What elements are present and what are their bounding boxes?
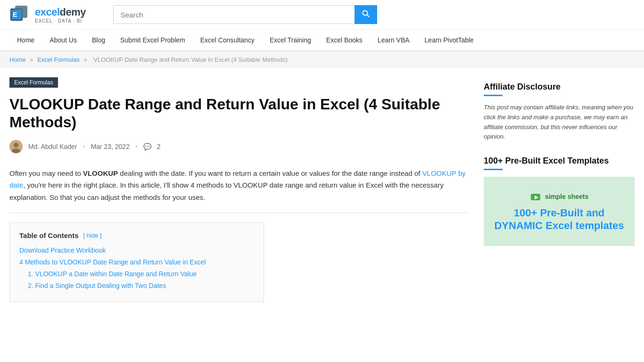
main-nav: Home About Us Blog Submit Excel Problem … (0, 30, 644, 51)
logo-icon: E (9, 4, 31, 25)
sidebar-affiliate-text: This post may contain affiliate links, m… (484, 103, 635, 142)
toc-link-0[interactable]: Download Practice Workbook (19, 247, 106, 254)
ad-logo-row: simple sheets (530, 191, 589, 202)
breadcrumb-home[interactable]: Home (9, 56, 26, 63)
sidebar-ad-box[interactable]: simple sheets 100+ Pre-Built and DYNAMIC… (484, 177, 635, 246)
nav-item-home[interactable]: Home (9, 30, 42, 50)
nav-item-training[interactable]: Excel Training (262, 30, 319, 50)
nav-item-consultancy[interactable]: Excel Consultancy (193, 30, 262, 50)
toc-heading: Table of Contents (19, 231, 79, 239)
search-button[interactable] (355, 5, 377, 24)
author-name: Md. Abdul Kader (28, 143, 77, 150)
ad-dynamic: DYNAMIC Excel templates (494, 220, 624, 231)
svg-point-4 (363, 11, 368, 16)
toc-item-1: 4 Methods to VLOOKUP Date Range and Retu… (19, 258, 254, 266)
toc-link-1[interactable]: 4 Methods to VLOOKUP Date Range and Retu… (19, 258, 206, 266)
article-meta: Md. Abdul Kader • Mar 23, 2022 • 💬 2 (9, 140, 470, 153)
breadcrumb-sep2: » (83, 56, 87, 63)
toc-toggle[interactable]: [ hide ] (83, 232, 102, 239)
svg-line-5 (367, 15, 370, 17)
svg-text:E: E (13, 11, 17, 18)
meta-dot: • (83, 143, 85, 150)
nav-item-about[interactable]: About Us (42, 30, 84, 50)
logo-area[interactable]: E exceldemy EXCEL · DATA · BI (9, 4, 104, 25)
toc-item-2: 1. VLOOKUP a Date within Date Range and … (19, 270, 254, 278)
nav-item-vba[interactable]: Learn VBA (370, 30, 417, 50)
sidebar-affiliate: Affiliate Disclosure This post may conta… (484, 82, 635, 142)
author-avatar (9, 140, 23, 153)
intro-link-bydate[interactable]: by date (9, 169, 466, 189)
ad-logo-text: simple sheets (545, 193, 589, 200)
ad-prebuilt: Pre-Built (540, 207, 583, 219)
breadcrumb-section[interactable]: Excel Formulas (37, 56, 80, 63)
toc-item-3: 2. Find a Single Output Dealing with Two… (19, 281, 254, 289)
ad-title: 100+ Pre-Built and DYNAMIC Excel templat… (494, 207, 624, 232)
sidebar-templates: 100+ Pre-Built Excel Templates simple sh… (484, 156, 635, 246)
toc-link-3[interactable]: 2. Find a Single Output Dealing with Two… (28, 282, 166, 289)
logo-tagline: EXCEL · DATA · BI (35, 18, 86, 24)
comment-icon: 💬 (143, 143, 151, 150)
sidebar-affiliate-heading: Affiliate Disclosure (484, 82, 635, 92)
intro-link-vlookup[interactable]: VLOOKUP (422, 169, 456, 177)
nav-item-blog[interactable]: Blog (84, 30, 113, 50)
breadcrumb-current: VLOOKUP Date Range and Return Value in E… (93, 56, 288, 63)
toc-item-0: Download Practice Workbook (19, 246, 254, 254)
meta-dot2: • (135, 143, 138, 150)
ad-count: 100+ (514, 207, 540, 219)
svg-point-7 (14, 143, 18, 148)
sidebar-templates-heading: 100+ Pre-Built Excel Templates (484, 156, 635, 166)
search-input[interactable] (113, 5, 355, 24)
nav-item-submit[interactable]: Submit Excel Problem (113, 30, 193, 50)
toc-list: Download Practice Workbook 4 Methods to … (19, 246, 254, 289)
article-date: Mar 23, 2022 (91, 143, 130, 150)
search-area (113, 5, 377, 24)
article-divider (9, 213, 470, 213)
breadcrumb: Home » Excel Formulas » VLOOKUP Date Ran… (0, 51, 644, 68)
logo-name: exceldemy (35, 6, 86, 18)
article-intro: Often you may need to VLOOKUP dealing wi… (9, 167, 470, 204)
article-title: VLOOKUP Date Range and Return Value in E… (9, 95, 470, 132)
intro-bold-vlookup: VLOOKUP (83, 169, 118, 177)
sidebar-affiliate-divider (484, 95, 503, 96)
sidebar-templates-divider (484, 169, 503, 170)
site-header: E exceldemy EXCEL · DATA · BI (0, 0, 644, 30)
breadcrumb-sep1: » (30, 56, 33, 63)
toc-link-2[interactable]: 1. VLOOKUP a Date within Date Range and … (28, 270, 197, 278)
comment-count: 2 (157, 143, 161, 150)
toc-box: Table of Contents [ hide ] Download Prac… (9, 222, 264, 302)
nav-item-books[interactable]: Excel Books (319, 30, 370, 50)
ad-and: and (583, 207, 604, 219)
main-layout: Excel Formulas VLOOKUP Date Range and Re… (0, 68, 644, 312)
category-badge[interactable]: Excel Formulas (9, 77, 58, 88)
nav-item-pivot[interactable]: Learn PivotTable (417, 30, 481, 50)
toc-header: Table of Contents [ hide ] (19, 231, 254, 239)
sidebar: Affiliate Disclosure This post may conta… (484, 77, 635, 312)
article: Excel Formulas VLOOKUP Date Range and Re… (9, 77, 470, 312)
